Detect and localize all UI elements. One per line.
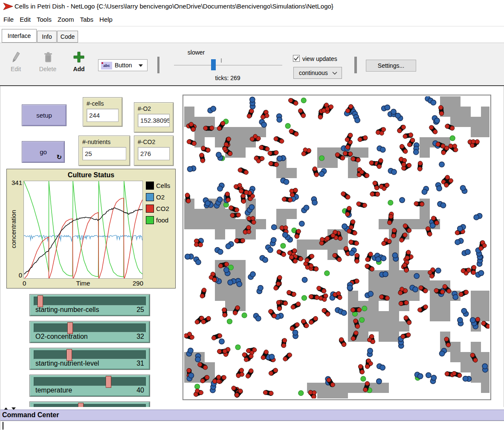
slider-thumb[interactable] [67, 349, 72, 361]
forever-icon: ↻ [56, 154, 62, 161]
slider-groove[interactable] [34, 404, 146, 407]
plot-y-axis-label: concentration [10, 206, 17, 253]
widget-type-dropdown[interactable]: abc Button [98, 59, 148, 71]
legend-label: food [156, 216, 168, 224]
speed-slider-tick [221, 58, 222, 63]
toolbar-separator [354, 57, 357, 73]
plot-canvas [24, 181, 142, 278]
plot-ymax-label: 341 [8, 179, 22, 186]
menu-edit[interactable]: Edit [17, 13, 34, 26]
slider-thumb[interactable] [78, 403, 84, 407]
view-updates-label: view updates [302, 55, 345, 62]
netlogo-icon [3, 3, 13, 10]
delete-button[interactable]: Delete [38, 66, 58, 72]
legend-swatch [146, 205, 154, 213]
slider-value: 25 [136, 306, 144, 314]
monitor-value: 152.380952 [138, 114, 170, 127]
tab-info[interactable]: Info [37, 31, 57, 43]
slider-value: 31 [136, 360, 144, 367]
plot-area [23, 181, 143, 279]
slider-thumb[interactable] [38, 295, 43, 307]
update-mode-value: continuous [299, 67, 328, 78]
slider-starting-nutrient-level[interactable]: starting-nutrient-level31 [29, 348, 150, 370]
legend-swatch [146, 216, 154, 224]
monitor-value: 244 [87, 109, 119, 122]
slider-groove[interactable] [34, 323, 146, 332]
command-center-header[interactable]: Command Center [0, 410, 504, 421]
legend-label: Cells [156, 182, 170, 189]
legend-swatch [146, 193, 154, 201]
menu-bar: FileEditToolsZoomTabsHelp [0, 13, 504, 26]
speed-slider-thumb[interactable] [211, 59, 216, 70]
button-widget-icon: abc [101, 62, 112, 69]
monitor-label: #-nutrients [82, 139, 126, 145]
edit-pencil-icon[interactable] [12, 52, 20, 63]
monitor-label: #-cells [87, 100, 119, 107]
monitor-value: 25 [82, 147, 126, 160]
settings-button[interactable]: Settings... [366, 60, 416, 72]
window-title: Cells in Petri Dish - NetLogo {C:\Users\… [14, 0, 333, 13]
slider-partial[interactable] [29, 401, 151, 407]
command-center-input[interactable] [0, 421, 504, 430]
world-view[interactable] [184, 96, 490, 398]
monitor-co2: #-CO2 276 [134, 136, 174, 166]
menu-help[interactable]: Help [96, 13, 116, 26]
slider-label: starting-number-cells [35, 306, 99, 314]
update-mode-dropdown[interactable]: continuous [293, 67, 342, 79]
menu-zoom[interactable]: Zoom [55, 13, 77, 26]
title-bar: Cells in Petri Dish - NetLogo {C:\Users\… [0, 0, 504, 13]
menu-file[interactable]: File [0, 13, 17, 26]
menu-tools[interactable]: Tools [34, 13, 55, 26]
world-view-frame [182, 95, 491, 400]
slider-temperature[interactable]: temperature40 [29, 375, 150, 397]
tab-interface[interactable]: Interface [2, 29, 37, 43]
toolbar: Edit Delete Add abc Button slower ticks:… [0, 43, 504, 85]
monitor-o2: #-O2 152.380952 [134, 102, 174, 133]
chevron-down-icon [139, 64, 143, 67]
slider-groove[interactable] [34, 297, 146, 306]
delete-trash-icon[interactable] [43, 52, 53, 63]
widget-type-value: Button [115, 60, 132, 71]
text-caret [3, 422, 3, 430]
legend-label: CO2 [156, 205, 169, 212]
slider-label: O2-concentration [35, 333, 88, 341]
speed-slider-track[interactable] [174, 65, 282, 66]
slider-label: temperature [35, 387, 72, 394]
plot-ymin-label: 0 [8, 271, 22, 279]
legend-label: O2 [156, 193, 165, 201]
monitor-nutrients: #-nutrients 25 [78, 136, 130, 166]
slider-value: 40 [136, 387, 144, 394]
slider-starting-number-cells[interactable]: starting-number-cells25 [29, 294, 150, 316]
chevron-down-icon [332, 72, 337, 75]
monitor-cells: #-cells 244 [83, 97, 122, 127]
go-button[interactable]: go↻ [22, 141, 65, 163]
monitor-value: 276 [138, 147, 170, 160]
slider-label: starting-nutrient-level [35, 360, 99, 367]
slider-thumb[interactable] [106, 376, 111, 388]
plot-x-axis-label: Time [23, 280, 143, 287]
setup-button[interactable]: setup [22, 104, 67, 126]
edit-button[interactable]: Edit [7, 66, 25, 72]
view-updates-checkbox[interactable] [293, 55, 300, 62]
plot-title: Culture Status [7, 171, 175, 179]
speed-slider-label: slower [183, 49, 209, 56]
toolbar-separator [157, 57, 159, 73]
monitor-label: #-O2 [138, 105, 170, 112]
tab-row: Interface Info Code [0, 26, 504, 43]
menu-tabs[interactable]: Tabs [77, 13, 96, 26]
add-plus-icon[interactable] [73, 52, 84, 63]
slider-thumb[interactable] [67, 322, 73, 334]
slider-groove[interactable] [34, 377, 146, 386]
plot-xmax-label: 290 [133, 280, 150, 287]
ticks-counter: ticks: 269 [206, 75, 249, 81]
plot-culture-status: Culture Status 341 0 concentration 0 Tim… [6, 169, 176, 289]
add-button[interactable]: Add [72, 66, 86, 72]
legend-swatch [146, 182, 154, 190]
tab-code[interactable]: Code [57, 31, 78, 43]
slider-o2-concentration[interactable]: O2-concentration32 [29, 321, 150, 343]
go-button-label: go [40, 148, 47, 156]
slider-groove[interactable] [34, 350, 146, 359]
slider-value: 32 [136, 333, 144, 341]
slider-partial-body[interactable] [29, 401, 150, 407]
interface-canvas: setup go↻ #-cells 244 #-O2 152.380952 #-… [0, 86, 504, 430]
